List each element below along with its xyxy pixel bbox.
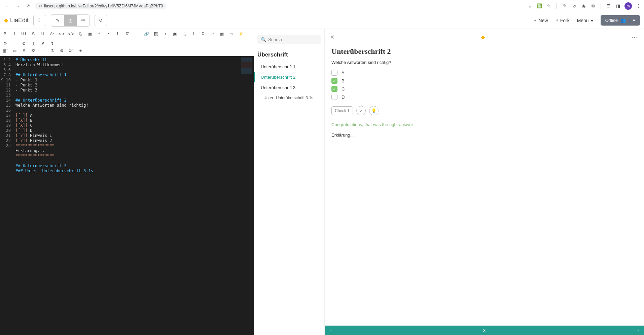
toolbar-button-18[interactable]: ▣: [172, 31, 178, 37]
extensions-icon[interactable]: ⧉: [590, 3, 596, 9]
checkbox-D[interactable]: [331, 94, 337, 100]
search-input[interactable]: 🔍 Search: [257, 35, 321, 44]
toolbar-button-0[interactable]: B: [2, 31, 8, 37]
checkbox-B[interactable]: ✓: [331, 78, 337, 84]
side-panel-icon[interactable]: ◨: [615, 3, 621, 9]
reading-list-icon[interactable]: ☰: [606, 3, 612, 9]
profile-avatar[interactable]: m: [624, 2, 632, 10]
toolbar-button-16[interactable]: 🖼: [153, 31, 159, 37]
url-text: liascript.github.io/LiveEditor/?/edit/y1…: [44, 4, 163, 8]
toolbar-button-30[interactable]: ⬈: [40, 40, 46, 46]
split-view-button[interactable]: ◫: [64, 15, 77, 26]
toolbar-button-31[interactable]: ↯: [49, 40, 55, 46]
address-bar[interactable]: ⚙ liascript.github.io/LiveEditor/?/edit/…: [35, 3, 167, 9]
toolbar2-button-2[interactable]: $: [21, 48, 27, 54]
mark-correct-button[interactable]: ✓: [356, 106, 366, 115]
toolbar2-button-5[interactable]: ⚗: [49, 48, 55, 54]
toolbar-button-1[interactable]: I: [11, 31, 17, 37]
fork-button[interactable]: ⑂ Fork: [556, 18, 570, 23]
toolbar-button-4[interactable]: U: [40, 31, 46, 37]
option-label: B: [342, 78, 345, 83]
toolbar-button-13[interactable]: ☑: [124, 31, 131, 37]
kebab-menu-icon[interactable]: ⋮: [635, 3, 641, 9]
toolbar-button-6[interactable]: < >: [59, 31, 65, 37]
toolbar-button-12[interactable]: 1.: [115, 31, 121, 37]
checkbox-C[interactable]: ✓: [331, 86, 337, 92]
toolbar-button-23[interactable]: ▦: [219, 31, 225, 37]
app-header: ◆ LiaEdit ☾ ✎ ◫ 👁 ↺ + New ⑂ Fork Menu ▾ …: [0, 12, 644, 29]
toolbar2-button-7[interactable]: ⚙˟: [68, 48, 74, 54]
toolbar-button-10[interactable]: ❝: [96, 31, 102, 37]
install-app-icon[interactable]: ⤓: [527, 3, 533, 9]
new-button[interactable]: + New: [534, 18, 548, 23]
theme-toggle-button[interactable]: ☾: [33, 15, 46, 26]
toolbar-button-21[interactable]: ↧: [200, 31, 206, 37]
more-menu-button[interactable]: ⋯: [631, 33, 639, 41]
toc-item-2[interactable]: Unterüberschrift 3: [257, 82, 321, 93]
liascript-logo-icon[interactable]: ◆: [481, 34, 485, 40]
hint-button[interactable]: 💡: [369, 106, 379, 115]
toolbar-button-8[interactable]: ⎘: [77, 31, 83, 37]
edit-only-button[interactable]: ✎: [51, 15, 64, 26]
app-logo[interactable]: ◆ LiaEdit: [4, 17, 29, 24]
preview-pane: 🔍 Search Überschrift Unterüberschrift 1U…: [254, 29, 644, 335]
users-icon: 👥: [620, 18, 626, 23]
toolbar-button-15[interactable]: 🔗: [143, 31, 149, 37]
toolbar-button-14[interactable]: —: [134, 31, 140, 37]
offline-button[interactable]: Offline 👥 ▾: [601, 15, 640, 26]
menu-dropdown[interactable]: Menu ▾: [577, 18, 593, 23]
toolbar2-button-1[interactable]: ▭: [11, 48, 17, 54]
toolbar-button-5[interactable]: Aˣ: [49, 31, 55, 37]
checkbox-A[interactable]: [331, 70, 337, 76]
nav-reload-button[interactable]: ⟳: [24, 2, 32, 10]
toolbar2-button-4[interactable]: ⌁: [40, 48, 46, 54]
preview-only-button[interactable]: 👁: [77, 15, 90, 26]
toc-item-1[interactable]: Unterüberschrift 2: [257, 72, 321, 82]
code-content[interactable]: # Überschrift Herzlich Willkommen! ## Un…: [13, 56, 254, 335]
ext-color-icon[interactable]: ◉: [580, 3, 586, 9]
toolbar-button-11[interactable]: •: [106, 31, 112, 37]
fork-label: Fork: [560, 18, 570, 23]
toc-root-title[interactable]: Überschrift: [257, 51, 321, 58]
search-icon: 🔍: [261, 37, 266, 42]
bookmark-star-icon[interactable]: ☆: [546, 3, 552, 9]
code-editor[interactable]: 1 2 3 4 5 6 7 8 9 10 11 12 13 14 15 16 1…: [0, 56, 254, 335]
toolbar-button-24[interactable]: ▭: [228, 31, 234, 37]
nav-forward-button[interactable]: →: [13, 2, 22, 10]
next-page-button[interactable]: →: [636, 328, 640, 333]
ext-pen-icon[interactable]: ✎: [562, 3, 568, 9]
toolbar-button-2[interactable]: H1: [21, 31, 27, 37]
toolbar-button-26[interactable]: ⚙: [2, 40, 8, 46]
toolbar2-button-8[interactable]: ✈: [77, 48, 83, 54]
toc-item-0[interactable]: Unterüberschrift 1: [257, 62, 321, 72]
eye-icon: 👁: [81, 18, 85, 23]
columns-icon: ◫: [68, 18, 72, 23]
history-button[interactable]: ↺: [95, 15, 107, 26]
toolbar-button-29[interactable]: ◫: [30, 40, 36, 46]
nav-back-button[interactable]: ←: [3, 2, 11, 10]
translate-icon[interactable]: 🈯: [536, 3, 542, 9]
logo-text: LiaEdit: [10, 17, 29, 24]
ext-shield-icon[interactable]: ⊘: [571, 3, 577, 9]
toolbar-button-22[interactable]: ↗: [209, 31, 215, 37]
toolbar-button-27[interactable]: ⚬: [11, 40, 17, 46]
toolbar2-button-3[interactable]: $ˢ: [30, 48, 36, 54]
close-toc-button[interactable]: ✕: [330, 34, 334, 40]
toolbar-button-25[interactable]: ⚡: [238, 31, 244, 37]
toc-subitem[interactable]: Unter- Unterüberschrift 3.1s: [257, 93, 321, 103]
toolbar-button-28[interactable]: ⊗: [21, 40, 27, 46]
toolbar-button-3[interactable]: S: [30, 31, 36, 37]
new-label: New: [539, 18, 548, 23]
minimap[interactable]: [241, 58, 252, 78]
check-answer-button[interactable]: Check 1: [331, 106, 353, 115]
toolbar-button-7[interactable]: </>: [68, 31, 74, 37]
toolbar-button-19[interactable]: ⬚: [181, 31, 187, 37]
option-label: C: [342, 86, 345, 91]
toolbar-button-9[interactable]: ▦: [87, 31, 93, 37]
toolbar2-button-6[interactable]: ⚙: [59, 48, 65, 54]
toolbar2-button-0[interactable]: ▦˟: [2, 48, 8, 54]
toolbar-button-20[interactable]: ↥: [190, 31, 196, 37]
menu-label: Menu: [577, 18, 589, 23]
toolbar-button-17[interactable]: ♪: [162, 31, 168, 37]
prev-page-button[interactable]: ←: [329, 328, 333, 333]
